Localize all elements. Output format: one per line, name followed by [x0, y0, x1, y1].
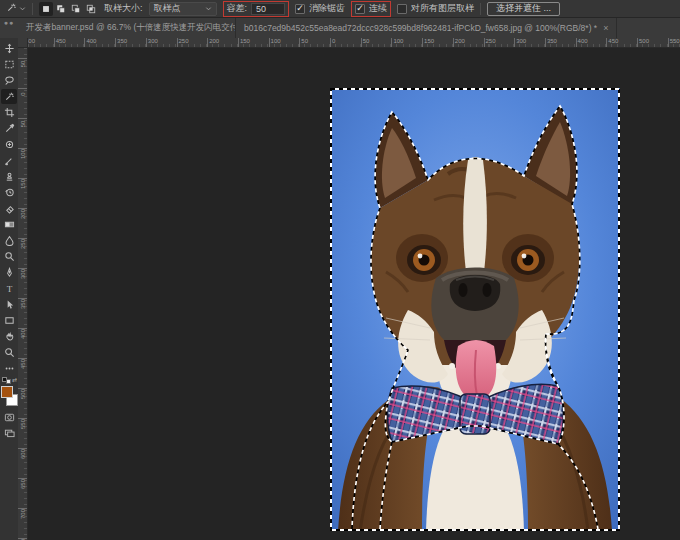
default-background-swatch: [6, 379, 11, 384]
hand-tool[interactable]: [1, 329, 17, 344]
sample-all-layers-checkbox[interactable]: [397, 4, 407, 14]
tool-options-bar: 取样大小: 取样点 容差: 50 ✓ 消除锯齿 ✓ 连续 对所有图层取样 选择并…: [0, 0, 680, 18]
options-separator: [480, 3, 481, 15]
lasso-tool[interactable]: [1, 73, 17, 88]
swap-colors-icon[interactable]: ⇄: [12, 376, 17, 383]
eraser-tool[interactable]: [1, 201, 17, 216]
zoom-tool[interactable]: [1, 345, 17, 360]
new-selection-button[interactable]: [39, 2, 53, 16]
type-tool[interactable]: T: [1, 281, 17, 296]
anti-alias-checkbox[interactable]: ✓: [295, 4, 305, 14]
tolerance-highlight-box: 容差: 50: [223, 1, 290, 17]
sample-size-dropdown[interactable]: 取样点: [149, 2, 217, 16]
magic-wand-icon: [6, 2, 17, 15]
canvas-pasteboard[interactable]: [28, 48, 680, 540]
add-to-selection-button[interactable]: [54, 2, 68, 16]
anti-alias-option[interactable]: ✓ 消除锯齿: [295, 2, 345, 15]
tolerance-input[interactable]: 50: [251, 3, 285, 15]
subtract-from-selection-button[interactable]: [69, 2, 83, 16]
tab-label: b016c7ed9b452c55ea8ead72dccc928c599bd8f9…: [244, 23, 597, 33]
magic-wand-tool[interactable]: [1, 89, 17, 104]
quick-mask-button[interactable]: [1, 410, 17, 425]
contiguous-highlight-box: ✓ 连续: [351, 1, 391, 17]
tool-preset-picker[interactable]: [6, 2, 26, 15]
anti-alias-label: 消除锯齿: [309, 2, 345, 15]
move-tool[interactable]: [1, 41, 17, 56]
dodge-tool[interactable]: [1, 249, 17, 264]
foreground-color-swatch[interactable]: [1, 386, 13, 398]
tab-label: 开发者banner.psd @ 66.7% (十倍速度快速开发闪电交付, RGB…: [26, 22, 236, 34]
crop-tool[interactable]: [1, 105, 17, 120]
tab-developer-banner[interactable]: 开发者banner.psd @ 66.7% (十倍速度快速开发闪电交付, RGB…: [18, 18, 236, 38]
screen-mode-button[interactable]: [1, 425, 17, 440]
select-and-mask-button[interactable]: 选择并遮住 ...: [487, 2, 560, 16]
document-tab-bar: ●● 开发者banner.psd @ 66.7% (十倍速度快速开发闪电交付, …: [0, 18, 680, 38]
sample-all-layers-option[interactable]: 对所有图层取样: [397, 2, 474, 15]
dog-left-eye: [407, 245, 441, 275]
dog-blaze: [463, 157, 487, 272]
rectangle-tool[interactable]: [1, 313, 17, 328]
tab-bulldog-jpg[interactable]: b016c7ed9b452c55ea8ead72dccc928c599bd8f9…: [236, 18, 617, 38]
ruler-origin-corner[interactable]: [18, 38, 28, 48]
horizontal-ruler[interactable]: 5004504003503002502001501005005010015020…: [28, 38, 680, 48]
history-brush-tool[interactable]: [1, 185, 17, 200]
close-icon[interactable]: ×: [603, 23, 608, 33]
eyedropper-tool[interactable]: [1, 121, 17, 136]
rectangular-marquee-tool[interactable]: [1, 57, 17, 72]
tab-grip-icon: ●●: [0, 18, 18, 38]
gradient-tool[interactable]: [1, 217, 17, 232]
tolerance-label: 容差:: [227, 2, 248, 15]
photoshop-window: 取样大小: 取样点 容差: 50 ✓ 消除锯齿 ✓ 连续 对所有图层取样 选择并…: [0, 0, 680, 540]
chevron-down-icon: [205, 4, 212, 14]
intersect-with-selection-button[interactable]: [84, 2, 98, 16]
bulldog-bowtie-photo[interactable]: [330, 88, 620, 531]
clone-stamp-tool[interactable]: [1, 169, 17, 184]
contiguous-checkbox[interactable]: ✓: [355, 4, 365, 14]
sample-size-label: 取样大小:: [104, 2, 143, 15]
path-selection-tool[interactable]: [1, 297, 17, 312]
sample-size-value: 取样点: [154, 2, 181, 15]
selection-mode-group: [39, 2, 98, 16]
spot-healing-brush-tool[interactable]: [1, 137, 17, 152]
default-colors-widget[interactable]: ⇄: [1, 376, 17, 384]
edit-toolbar[interactable]: [1, 361, 17, 376]
chevron-down-icon: [19, 4, 26, 14]
svg-text:T: T: [6, 284, 12, 294]
contiguous-label: 连续: [369, 2, 387, 15]
vertical-ruler[interactable]: 5005010015020025030035040045050055060065…: [18, 48, 28, 540]
color-swatches: [1, 386, 17, 410]
blur-tool[interactable]: [1, 233, 17, 248]
sample-all-layers-label: 对所有图层取样: [411, 2, 474, 15]
brush-tool[interactable]: [1, 153, 17, 168]
pen-tool[interactable]: [1, 265, 17, 280]
tools-panel: T ⇄: [0, 38, 18, 540]
toolbar-tools: T: [1, 41, 17, 376]
dog-right-eye: [511, 245, 545, 275]
options-separator: [32, 3, 33, 15]
